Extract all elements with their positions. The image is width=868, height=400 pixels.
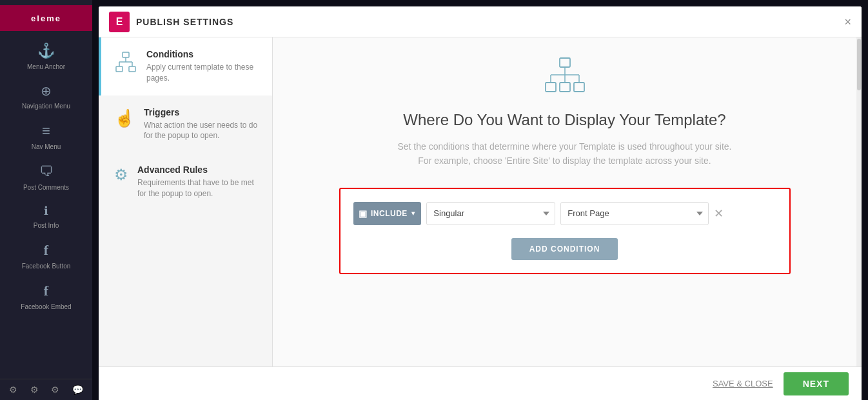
include-button[interactable]: ▣ INCLUDE ▾ xyxy=(353,202,422,225)
app-logo: eleme xyxy=(31,14,61,23)
sidebar-item-navigation-menu[interactable]: ⊕ Navigation Menu xyxy=(0,77,92,116)
settings-icon-2[interactable]: ⚙ xyxy=(30,385,39,395)
advanced-rules-icon: ⚙ xyxy=(114,166,128,184)
modal-nav: Conditions Apply current template to the… xyxy=(99,37,273,366)
svg-rect-7 xyxy=(560,58,570,67)
singular-select[interactable]: Singular Entire Site Archives Single Pag… xyxy=(426,202,555,225)
sidebar-item-post-info[interactable]: ℹ Post Info xyxy=(0,197,92,235)
network-diagram-icon xyxy=(542,57,587,98)
conditions-icon xyxy=(114,50,137,77)
scroll-thumb xyxy=(857,39,861,90)
nav-item-advanced-rules[interactable]: ⚙ Advanced Rules Requirements that have … xyxy=(99,153,272,211)
settings-icon-1[interactable]: ⚙ xyxy=(9,385,17,395)
modal-body: Conditions Apply current template to the… xyxy=(99,37,862,366)
anchor-icon: ⚓ xyxy=(37,43,55,59)
sidebar-header: eleme xyxy=(0,5,92,31)
svg-rect-2 xyxy=(129,66,135,72)
remove-condition-button[interactable]: ✕ xyxy=(714,208,724,219)
facebook-embed-icon: f xyxy=(44,283,48,299)
chat-icon[interactable]: 💬 xyxy=(72,385,83,395)
nav-item-conditions[interactable]: Conditions Apply current template to the… xyxy=(99,37,272,95)
svg-rect-8 xyxy=(546,83,556,92)
sidebar-item-post-comments[interactable]: 🗨 Post Comments xyxy=(0,157,92,197)
nav-conditions-desc: Apply current template to these pages. xyxy=(146,62,259,84)
main-content: Where Do You Want to Display Your Templa… xyxy=(273,37,856,366)
elementor-logo-icon: E xyxy=(109,12,130,32)
svg-rect-1 xyxy=(116,66,123,72)
svg-rect-0 xyxy=(123,52,129,57)
add-condition-button[interactable]: ADD CONDITION xyxy=(511,238,618,260)
modal-footer: SAVE & CLOSE NEXT xyxy=(99,366,862,400)
save-close-button[interactable]: SAVE & CLOSE xyxy=(713,379,773,388)
nav-conditions-title: Conditions xyxy=(146,49,259,59)
include-chevron-icon: ▾ xyxy=(411,210,415,217)
include-icon: ▣ xyxy=(359,208,368,219)
sidebar-item-facebook-embed[interactable]: f Facebook Embed xyxy=(0,276,92,317)
triggers-icon: ☝ xyxy=(114,108,135,128)
sidebar-item-menu-anchor[interactable]: ⚓ Menu Anchor xyxy=(0,36,92,77)
nav-advanced-title: Advanced Rules xyxy=(137,165,259,175)
info-icon: ℹ xyxy=(44,204,48,218)
comments-icon: 🗨 xyxy=(39,163,54,180)
facebook-button-icon: f xyxy=(44,242,48,259)
next-button[interactable]: NEXT xyxy=(784,372,849,395)
settings-icon-3[interactable]: ⚙ xyxy=(51,385,59,395)
modal-overlay: E PUBLISH SETTINGS × xyxy=(92,0,868,400)
svg-rect-10 xyxy=(574,83,584,92)
scrollbar[interactable] xyxy=(856,37,862,366)
modal-title: PUBLISH SETTINGS xyxy=(136,17,844,27)
nav-triggers-desc: What action the user needs to do for the… xyxy=(144,120,259,142)
wordpress-icon: ⊕ xyxy=(41,83,52,99)
content-title: Where Do You Want to Display Your Templa… xyxy=(403,111,725,129)
nav-item-triggers[interactable]: ☝ Triggers What action the user needs to… xyxy=(99,95,272,154)
sidebar-item-nav-menu[interactable]: ≡ Nav Menu xyxy=(0,116,92,157)
svg-rect-9 xyxy=(560,83,570,92)
nav-advanced-desc: Requirements that have to be met for the… xyxy=(137,177,259,199)
page-select[interactable]: Front Page Home Page Blog Page WooCommer… xyxy=(560,202,709,225)
condition-row: ▣ INCLUDE ▾ Singular Entire Site Archive… xyxy=(353,202,776,225)
navmenu-icon: ≡ xyxy=(42,123,50,139)
publish-settings-modal: E PUBLISH SETTINGS × xyxy=(99,6,862,400)
nav-triggers-title: Triggers xyxy=(144,107,259,117)
close-button[interactable]: × xyxy=(844,16,851,28)
editor-sidebar: eleme ⚓ Menu Anchor ⊕ Navigation Menu ≡ … xyxy=(0,0,92,400)
condition-box: ▣ INCLUDE ▾ Singular Entire Site Archive… xyxy=(339,188,791,274)
sidebar-item-facebook-button[interactable]: f Facebook Button xyxy=(0,235,92,276)
content-description: Set the conditions that determine where … xyxy=(397,139,731,168)
sidebar-bottom: ⚙ ⚙ ⚙ 💬 xyxy=(0,379,92,400)
modal-header: E PUBLISH SETTINGS × xyxy=(99,6,862,37)
